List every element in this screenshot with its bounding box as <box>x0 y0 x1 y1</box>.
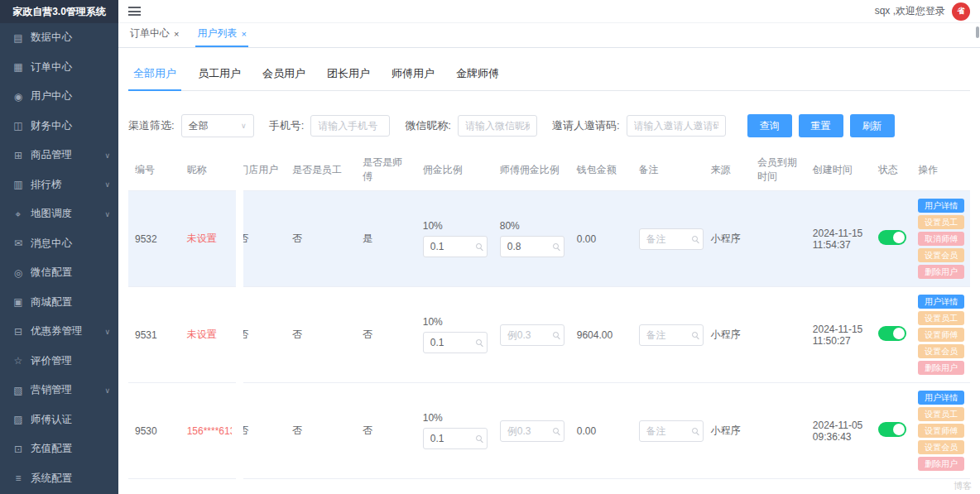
magnifier-icon <box>476 243 482 249</box>
status-toggle[interactable] <box>878 326 906 341</box>
cell-is-staff: 否 <box>286 383 356 479</box>
close-icon[interactable]: × <box>174 29 179 39</box>
column-header: 创建时间 <box>806 149 872 191</box>
cell-is-master: 否 <box>356 383 416 479</box>
remark <box>639 324 704 346</box>
data-center-icon: ▤ <box>12 32 25 44</box>
tab-user-list[interactable]: 用户列表× <box>195 21 247 47</box>
cell-source: 小程序 <box>704 287 751 383</box>
set-master-button[interactable]: 设置师傅 <box>918 424 964 438</box>
close-icon[interactable]: × <box>241 29 246 39</box>
cell-id: 9531 <box>128 287 180 383</box>
sidebar-item-data-center[interactable]: ▤数据中心 <box>0 23 118 53</box>
inviter-filter-label: 邀请人邀请码: <box>552 118 620 133</box>
cell-actions: 用户详情设置员工取消师傅设置会员删除用户 <box>911 191 970 287</box>
magnifier-icon <box>692 236 698 242</box>
delete-user-button[interactable]: 删除用户 <box>918 361 964 375</box>
sidebar-item-user-center[interactable]: ◉用户中心 <box>0 82 118 112</box>
subtab-member-users[interactable]: 会员用户 <box>257 66 310 90</box>
sidebar-item-finance-center[interactable]: ◫财务中心 <box>0 112 118 141</box>
topbar-right: sqx ,欢迎您登录 省 <box>875 2 970 21</box>
scrollbar-thumb[interactable] <box>976 26 979 38</box>
set-member-button[interactable]: 设置会员 <box>918 440 964 454</box>
wechat-filter-label: 微信昵称: <box>405 118 451 133</box>
set-member-button[interactable]: 设置会员 <box>918 344 964 358</box>
sidebar-item-review-manage[interactable]: ☆评价管理 <box>0 347 118 376</box>
cell-nickname: 未设置 <box>180 191 233 287</box>
subtab-gold-masters[interactable]: 金牌师傅 <box>451 66 504 90</box>
cell-master-commission <box>493 287 570 383</box>
inviter-code-input[interactable] <box>627 115 726 137</box>
tab-label: 用户列表 <box>197 26 237 41</box>
set-master-button[interactable]: 设置师傅 <box>918 328 964 342</box>
avatar[interactable]: 省 <box>952 2 970 21</box>
delete-user-button[interactable]: 删除用户 <box>918 457 964 471</box>
set-staff-button[interactable]: 设置员工 <box>918 407 964 421</box>
subtab-all-users[interactable]: 全部用户 <box>128 66 181 91</box>
sidebar-item-map-dispatch[interactable]: ⌖地图调度∨ <box>0 199 118 229</box>
remark <box>639 420 704 442</box>
status-toggle[interactable] <box>878 422 906 437</box>
wechat-nickname-input[interactable] <box>458 115 537 137</box>
sidebar-item-label: 充值配置 <box>31 442 110 456</box>
marketing-manage-icon: ▧ <box>12 385 25 396</box>
column-header: 来源 <box>704 149 751 191</box>
user-detail-button[interactable]: 用户详情 <box>918 391 964 405</box>
subtab-staff-users[interactable]: 员工用户 <box>193 66 246 90</box>
tab-order-center[interactable]: 订单中心× <box>128 21 180 47</box>
cell-is-master: 否 <box>356 287 416 383</box>
subtab-master-users[interactable]: 师傅用户 <box>387 66 440 90</box>
sidebar-item-label: 商品管理 <box>31 148 104 162</box>
set-staff-button[interactable]: 设置员工 <box>918 215 964 229</box>
search-button[interactable]: 查询 <box>747 114 792 137</box>
cell-remark <box>632 383 704 479</box>
cell-commission: 10% <box>416 191 493 287</box>
sidebar-item-order-center[interactable]: ▦订单中心 <box>0 53 118 83</box>
delete-user-button[interactable]: 删除用户 <box>918 265 964 279</box>
sidebar-item-system-config[interactable]: ≡系统配置 <box>0 464 118 494</box>
status-toggle[interactable] <box>878 230 906 245</box>
column-header: 编号 <box>128 149 180 191</box>
chevron-down-icon: ∨ <box>104 328 110 336</box>
cell-remark <box>632 287 704 383</box>
magnifier-icon <box>476 435 482 441</box>
column-header: 是否是员工 <box>286 149 356 191</box>
channel-select[interactable]: 全部 ∨ <box>181 114 254 137</box>
sidebar-item-mall-config[interactable]: ▣商城配置 <box>0 288 118 318</box>
hamburger-icon[interactable] <box>128 7 141 16</box>
refresh-button[interactable]: 刷新 <box>850 114 895 137</box>
phone-input[interactable] <box>310 115 390 137</box>
cell-master-commission <box>493 383 570 479</box>
message-center-icon: ✉ <box>12 237 25 249</box>
sidebar-item-message-center[interactable]: ✉消息中心 <box>0 229 118 259</box>
column-header: 操作 <box>911 149 970 191</box>
master-commission <box>500 420 564 442</box>
column-header: 佣金比例 <box>416 149 493 191</box>
sidebar-item-coupon-manage[interactable]: ⊟优惠券管理∨ <box>0 317 118 347</box>
cell-created: 2024-11-15 11:54:37 <box>806 191 872 287</box>
user-detail-button[interactable]: 用户详情 <box>918 295 964 309</box>
user-detail-button[interactable]: 用户详情 <box>918 199 964 213</box>
cell-id: 9530 <box>128 383 180 479</box>
subtab-leader-users[interactable]: 团长用户 <box>322 66 375 90</box>
tab-label: 订单中心 <box>130 26 170 41</box>
sidebar-item-recharge-config[interactable]: ⊡充值配置 <box>0 434 118 464</box>
sidebar-item-ranking[interactable]: ▥排行榜∨ <box>0 170 118 200</box>
sidebar-item-label: 优惠券管理 <box>31 324 104 338</box>
sidebar-item-label: 排行榜 <box>31 178 104 192</box>
sidebar-menu: ▤数据中心▦订单中心◉用户中心◫财务中心⊞商品管理∨▥排行榜∨⌖地图调度∨✉消息… <box>0 23 118 493</box>
set-member-button[interactable]: 设置会员 <box>918 248 964 262</box>
set-staff-button[interactable]: 设置员工 <box>918 311 964 325</box>
column-header: 会员到期时间 <box>751 149 806 191</box>
sidebar-item-marketing-manage[interactable]: ▧营销管理∨ <box>0 376 118 405</box>
cancel-master-button[interactable]: 取消师傅 <box>918 232 964 246</box>
reset-button[interactable]: 重置 <box>799 114 843 137</box>
main-area: sqx ,欢迎您登录 省 订单中心×用户列表× 全部用户员工用户会员用户团长用户… <box>118 0 980 494</box>
topbar: sqx ,欢迎您登录 省 <box>118 0 980 23</box>
sidebar-item-master-cert[interactable]: ▨师傅认证 <box>0 405 118 435</box>
sidebar-item-goods-manage[interactable]: ⊞商品管理∨ <box>0 141 118 170</box>
sidebar-item-wechat-config[interactable]: ◎微信配置 <box>0 258 118 288</box>
cell-actions: 用户详情设置员工设置师傅设置会员删除用户 <box>911 287 970 383</box>
sidebar-item-label: 营销管理 <box>31 383 104 397</box>
cell-wallet: 9604.00 <box>570 287 632 383</box>
